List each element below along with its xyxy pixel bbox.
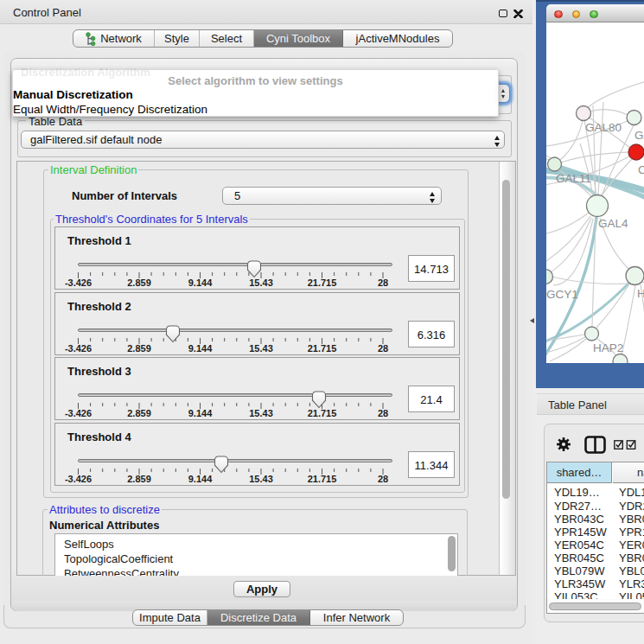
- svg-text:GCY1: GCY1: [546, 288, 578, 301]
- svg-text:GA: GA: [634, 129, 644, 142]
- svg-text:GAL4: GAL4: [598, 217, 628, 230]
- svg-text:HAP2: HAP2: [593, 341, 623, 354]
- svg-text:GAL80: GAL80: [585, 121, 622, 134]
- svg-text:H: H: [637, 287, 644, 300]
- svg-text:C: C: [638, 163, 644, 176]
- svg-text:GAL11: GAL11: [556, 172, 591, 185]
